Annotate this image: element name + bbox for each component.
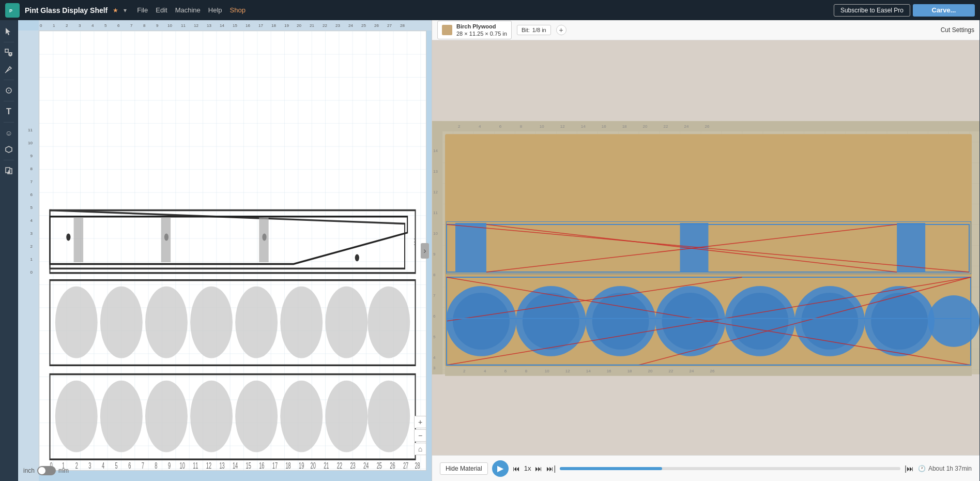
menu-machine[interactable]: Machine: [175, 6, 201, 14]
unit-mm-label: mm: [58, 467, 69, 474]
svg-point-67: [55, 287, 98, 358]
title-star-icon[interactable]: ★: [113, 7, 118, 14]
svg-text:20: 20: [297, 23, 301, 28]
svg-text:10: 10: [28, 141, 33, 145]
shapes-tool[interactable]: [2, 46, 16, 60]
title-dropdown-icon[interactable]: ▾: [124, 7, 127, 14]
bit-selector[interactable]: Bit: 1/8 in: [517, 25, 551, 35]
svg-text:24: 24: [690, 369, 694, 373]
toolbar-separator-4: [4, 122, 14, 123]
svg-text:3: 3: [30, 231, 33, 236]
svg-text:26: 26: [374, 23, 379, 28]
svg-text:8: 8: [30, 167, 33, 171]
menu-bar: File Edit Machine Help Shop: [137, 6, 246, 14]
svg-point-164: [801, 293, 858, 350]
svg-text:4: 4: [30, 218, 33, 223]
bit-label-prefix: Bit:: [522, 27, 530, 33]
progress-bar[interactable]: [560, 467, 900, 470]
svg-text:4: 4: [484, 369, 486, 373]
time-display: 🕐 About 1h 37min: [918, 465, 972, 472]
subscribe-button[interactable]: Subscribe to Easel Pro: [834, 4, 910, 17]
skip-end-button[interactable]: ⏭|: [546, 464, 556, 473]
svg-marker-2: [6, 28, 10, 35]
svg-text:28: 28: [400, 23, 405, 28]
svg-text:22: 22: [664, 124, 668, 129]
svg-point-74: [368, 287, 410, 358]
hide-material-button[interactable]: Hide Material: [440, 462, 488, 475]
import-tool[interactable]: [2, 163, 16, 178]
canvas-options-button[interactable]: ⋮: [410, 236, 419, 246]
svg-rect-173: [445, 367, 972, 376]
cut-settings-button[interactable]: Cut Settings: [941, 26, 974, 34]
unit-inch-label: inch: [23, 467, 35, 474]
svg-text:6: 6: [433, 314, 436, 319]
fast-forward-button[interactable]: ⏭: [535, 464, 542, 473]
svg-text:2: 2: [463, 369, 466, 373]
svg-text:7: 7: [130, 23, 133, 28]
svg-point-8: [8, 90, 9, 91]
svg-point-167: [928, 295, 979, 347]
zoom-out-button[interactable]: −: [414, 429, 426, 442]
menu-edit[interactable]: Edit: [156, 6, 167, 14]
carve-button[interactable]: Carve...: [913, 4, 975, 17]
select-tool[interactable]: [2, 24, 16, 39]
svg-text:8: 8: [520, 124, 523, 129]
menu-file[interactable]: File: [137, 6, 148, 14]
svg-text:10: 10: [433, 231, 438, 236]
pen-tool[interactable]: [2, 62, 16, 77]
circle-tool[interactable]: [2, 83, 16, 98]
zoom-reset-button[interactable]: ⌂: [414, 443, 426, 455]
svg-text:11: 11: [433, 211, 438, 215]
svg-text:19: 19: [284, 23, 289, 28]
svg-text:3: 3: [79, 23, 81, 28]
design-canvas-area[interactable]: 0 1 2 3 4 5 6 7 8 9 10 11 12 13 14 15 16: [18, 20, 432, 481]
unit-toggle[interactable]: inch mm: [23, 466, 69, 475]
svg-text:5: 5: [104, 23, 107, 28]
collapse-panel-button[interactable]: ›: [421, 243, 429, 259]
svg-text:8: 8: [433, 273, 436, 277]
svg-text:18: 18: [627, 369, 632, 373]
unit-switch[interactable]: [37, 466, 56, 475]
svg-text:22: 22: [323, 23, 327, 28]
svg-point-76: [55, 381, 98, 453]
svg-point-71: [235, 287, 278, 358]
add-bit-button[interactable]: +: [556, 25, 566, 35]
svg-text:9: 9: [433, 252, 436, 257]
svg-rect-64: [161, 217, 171, 262]
svg-point-70: [190, 287, 233, 358]
svg-rect-147: [897, 223, 925, 273]
app-logo: P: [5, 3, 20, 18]
menu-help[interactable]: Help: [208, 6, 222, 14]
left-toolbar: T ☺: [0, 20, 18, 481]
top-right-actions: Subscribe to Easel Pro Carve...: [834, 4, 975, 17]
rewind-button[interactable]: ⏮: [513, 464, 520, 473]
bit-size: 1/8 in: [532, 27, 546, 33]
skip-to-end-button[interactable]: |⏭: [905, 464, 914, 473]
svg-point-68: [100, 287, 143, 358]
zoom-in-button[interactable]: +: [414, 416, 426, 428]
simulation-panel: Birch Plywood 28 × 11.25 × 0.75 in Bit: …: [432, 20, 979, 481]
svg-text:10: 10: [167, 23, 172, 28]
svg-text:16: 16: [246, 23, 250, 28]
play-button[interactable]: ▶: [492, 460, 509, 477]
text-tool[interactable]: T: [2, 104, 16, 119]
svg-text:17: 17: [258, 23, 263, 28]
svg-text:0: 0: [30, 270, 33, 275]
emoji-tool[interactable]: ☺: [2, 126, 16, 140]
svg-text:5: 5: [433, 335, 436, 339]
svg-text:1: 1: [30, 257, 33, 262]
svg-text:7: 7: [433, 293, 436, 298]
project-title: Pint Glass Display Shelf: [25, 6, 108, 14]
3d-tool[interactable]: [2, 142, 16, 157]
svg-text:13: 13: [433, 169, 438, 174]
svg-text:0: 0: [40, 23, 42, 28]
svg-text:26: 26: [705, 124, 710, 129]
ruler-vertical: 0 1 2 3 4 5 6 7 8 9 10 11: [18, 31, 39, 481]
svg-point-59: [66, 234, 70, 241]
time-text: About 1h 37min: [928, 465, 972, 472]
svg-text:8: 8: [143, 23, 146, 28]
svg-design-area[interactable]: 0 1 2 3 4 5 6 7 8 9 10 11 12 13 14 15 16: [39, 31, 426, 471]
menu-shop[interactable]: Shop: [230, 6, 246, 14]
svg-text:4: 4: [479, 124, 481, 129]
material-selector[interactable]: Birch Plywood 28 × 11.25 × 0.75 in: [437, 21, 512, 40]
